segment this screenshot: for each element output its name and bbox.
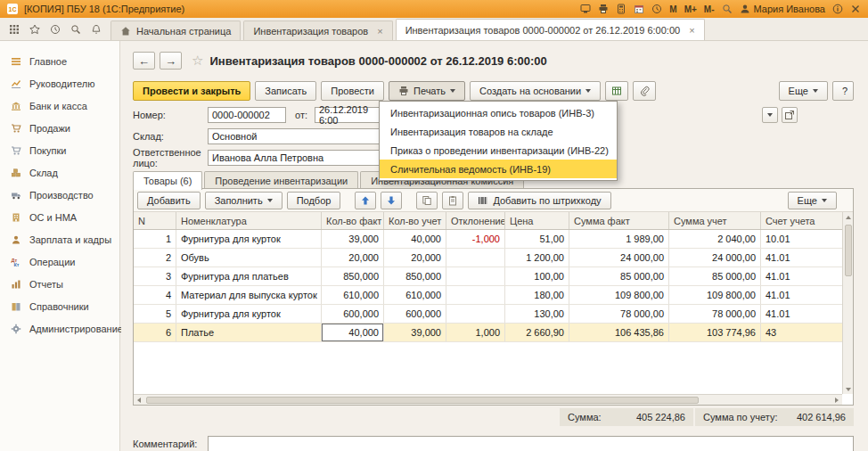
reports-button[interactable] — [605, 81, 628, 101]
cell-line-number[interactable]: 1 — [134, 230, 176, 248]
cell-account[interactable]: 41.01 — [761, 286, 842, 304]
close-icon[interactable] — [850, 4, 861, 14]
sidebar-item[interactable]: Главное — [0, 50, 119, 72]
table-row[interactable]: 3 Фурнитура для платьев 850,000 850,000 … — [134, 267, 853, 286]
write-button[interactable]: Записать — [255, 81, 316, 101]
vertical-scroll-thumb[interactable] — [845, 225, 852, 276]
vertical-scrollbar[interactable] — [842, 212, 853, 394]
cell-sum-accounted[interactable]: 2 040,00 — [669, 230, 761, 248]
col-header[interactable]: Цена — [505, 212, 569, 229]
cell-line-number[interactable]: 4 — [134, 286, 176, 304]
cell-price[interactable]: 180,00 — [505, 286, 569, 304]
col-header[interactable]: Кол-во учет — [384, 212, 446, 229]
cell-qty-fact[interactable]: 20,000 — [322, 249, 384, 266]
tab-close-icon[interactable]: × — [689, 25, 694, 36]
move-down-button[interactable] — [381, 192, 402, 209]
forward-button[interactable]: → — [160, 52, 182, 70]
printer-icon[interactable] — [598, 4, 609, 14]
field-dropdown-button[interactable] — [762, 107, 778, 123]
main-menu-icon[interactable] — [9, 24, 20, 35]
cell-qty-fact[interactable]: 600,000 — [322, 305, 384, 323]
col-header[interactable]: N — [134, 212, 176, 229]
cell-item-name[interactable]: Материал для выпуска курток — [176, 286, 322, 304]
sidebar-item[interactable]: Покупки — [0, 139, 119, 161]
cell-sum-fact[interactable]: 24 000,00 — [569, 249, 669, 266]
scroll-up-icon[interactable] — [843, 212, 854, 222]
table-row[interactable]: 2 Обувь 20,000 20,000 1 200,00 24 000,00… — [134, 249, 853, 267]
cell-deviation[interactable] — [446, 267, 505, 285]
back-button[interactable]: ← — [133, 52, 155, 70]
pick-button[interactable]: Подбор — [287, 192, 341, 209]
view-tab[interactable]: Проведение инвентаризации — [204, 171, 358, 189]
sidebar-item[interactable]: ДтКт Операции — [0, 250, 119, 273]
global-search-icon[interactable] — [70, 24, 81, 35]
cell-item-name[interactable]: Фурнитура для курток — [176, 230, 322, 248]
cell-qty-fact[interactable]: 40,000 — [322, 324, 384, 341]
cell-price[interactable]: 1 200,00 — [505, 249, 569, 266]
favorites-icon[interactable] — [29, 24, 40, 35]
cell-qty-accounted[interactable]: 610,000 — [384, 286, 446, 304]
table-row[interactable]: 4 Материал для выпуска курток 610,000 61… — [134, 286, 853, 305]
horizontal-scroll-thumb[interactable] — [146, 397, 699, 404]
cell-qty-fact[interactable]: 850,000 — [322, 267, 384, 285]
create-based-on-button[interactable]: Создать на основании — [470, 81, 601, 101]
paste-row-button[interactable] — [442, 192, 463, 209]
cell-sum-accounted[interactable]: 78 000,00 — [669, 305, 761, 323]
cell-item-name[interactable]: Обувь — [176, 249, 322, 266]
cell-qty-fact[interactable]: 39,000 — [322, 230, 384, 248]
cell-sum-accounted[interactable]: 103 774,96 — [669, 324, 761, 341]
scroll-right-icon[interactable] — [831, 395, 842, 405]
cell-deviation[interactable]: -1,000 — [446, 230, 505, 248]
horizontal-scrollbar[interactable] — [134, 394, 842, 405]
print-menu-item[interactable]: Инвентаризационная опись товаров (ИНВ-3) — [380, 103, 617, 122]
table-row[interactable]: 1 Фурнитура для курток 39,000 40,000 -1,… — [134, 230, 853, 249]
current-user[interactable]: Мария Иванова — [740, 4, 825, 14]
calculator-icon[interactable] — [616, 4, 626, 14]
table-row[interactable]: 5 Фурнитура для курток 600,000 600,000 1… — [134, 305, 853, 324]
sidebar-item[interactable]: Производство — [0, 184, 119, 206]
memory-mplus-button[interactable]: M+ — [684, 4, 697, 14]
cell-qty-accounted[interactable]: 850,000 — [384, 267, 446, 285]
cell-account[interactable]: 41.01 — [761, 249, 842, 266]
post-and-close-button[interactable]: Провести и закрыть — [133, 81, 250, 101]
cell-line-number[interactable]: 6 — [134, 324, 176, 341]
fill-button[interactable]: Заполнить — [205, 192, 283, 209]
col-header[interactable]: Счет учета — [761, 212, 842, 229]
sidebar-item[interactable]: Продажи — [0, 117, 119, 139]
cell-sum-fact[interactable]: 109 800,00 — [569, 286, 669, 304]
history-icon[interactable] — [50, 24, 61, 35]
cell-price[interactable]: 2 660,90 — [505, 324, 569, 341]
cell-sum-accounted[interactable]: 24 000,00 — [669, 249, 761, 266]
notifications-icon[interactable] — [91, 24, 102, 35]
cell-price[interactable]: 100,00 — [505, 267, 569, 285]
cell-qty-accounted[interactable]: 600,000 — [384, 305, 446, 323]
cell-deviation[interactable] — [446, 249, 505, 266]
cell-account[interactable]: 41.01 — [761, 305, 842, 323]
copy-row-button[interactable] — [416, 192, 438, 209]
cell-price[interactable]: 51,00 — [505, 230, 569, 248]
memory-m-button[interactable]: M — [669, 4, 676, 14]
window-tab[interactable]: Инвентаризация товаров 0000-000002 от 26… — [396, 19, 705, 40]
cell-price[interactable]: 130,00 — [505, 305, 569, 323]
cell-sum-accounted[interactable]: 109 800,00 — [669, 286, 761, 304]
help-button[interactable]: ? — [832, 81, 854, 101]
col-header[interactable]: Кол-во факт — [322, 212, 384, 229]
cell-item-name[interactable]: Платье — [176, 324, 322, 341]
cell-account[interactable]: 10.01 — [761, 230, 842, 248]
cell-line-number[interactable]: 5 — [134, 305, 176, 323]
scroll-left-icon[interactable] — [134, 395, 144, 405]
more-button[interactable]: Еще — [779, 81, 828, 101]
tab-close-icon[interactable]: × — [377, 26, 382, 37]
sidebar-item[interactable]: ОС и НМА — [0, 206, 119, 228]
cell-qty-accounted[interactable]: 20,000 — [384, 249, 446, 266]
info-icon[interactable] — [832, 4, 843, 14]
sidebar-item[interactable]: Зарплата и кадры — [0, 228, 119, 250]
cell-sum-fact[interactable]: 78 000,00 — [569, 305, 669, 323]
print-menu-item[interactable]: Сличительная ведомость (ИНВ-19) — [380, 160, 617, 178]
cell-sum-fact[interactable]: 85 000,00 — [569, 267, 669, 285]
sidebar-item[interactable]: Администрирование — [0, 317, 119, 340]
cell-deviation[interactable]: 1,000 — [446, 324, 505, 341]
add-row-button[interactable]: Добавить — [137, 192, 201, 209]
cell-item-name[interactable]: Фурнитура для курток — [176, 305, 322, 323]
cell-deviation[interactable] — [446, 305, 505, 323]
